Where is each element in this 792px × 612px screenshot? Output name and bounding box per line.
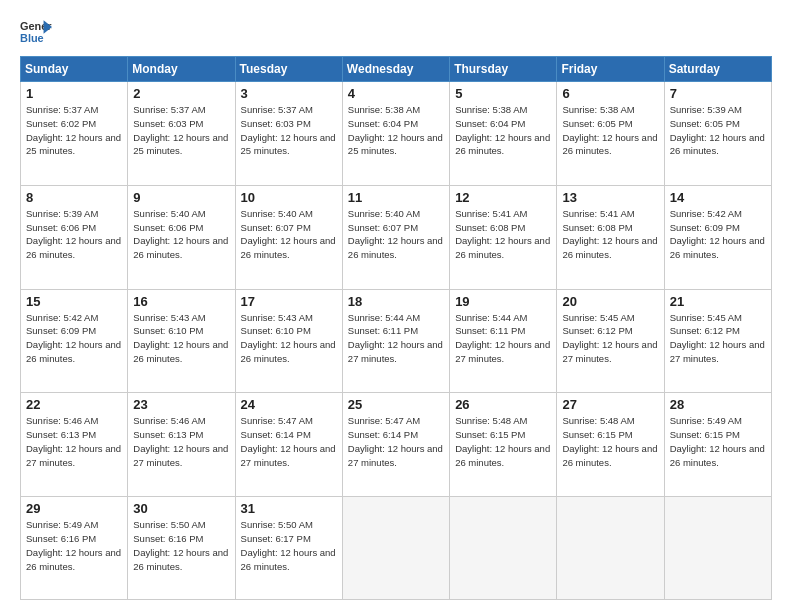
day-cell-22: 22Sunrise: 5:46 AMSunset: 6:13 PMDayligh…	[21, 393, 128, 497]
day-number: 4	[348, 86, 444, 101]
week-row-1: 8Sunrise: 5:39 AMSunset: 6:06 PMDaylight…	[21, 185, 772, 289]
day-info: Sunrise: 5:47 AMSunset: 6:14 PMDaylight:…	[348, 414, 444, 469]
day-number: 1	[26, 86, 122, 101]
day-info: Sunrise: 5:42 AMSunset: 6:09 PMDaylight:…	[26, 311, 122, 366]
weekday-friday: Friday	[557, 57, 664, 82]
day-cell-31: 31Sunrise: 5:50 AMSunset: 6:17 PMDayligh…	[235, 497, 342, 600]
day-info: Sunrise: 5:47 AMSunset: 6:14 PMDaylight:…	[241, 414, 337, 469]
empty-cell	[450, 497, 557, 600]
day-info: Sunrise: 5:49 AMSunset: 6:16 PMDaylight:…	[26, 518, 122, 573]
day-cell-27: 27Sunrise: 5:48 AMSunset: 6:15 PMDayligh…	[557, 393, 664, 497]
day-number: 12	[455, 190, 551, 205]
calendar-table: SundayMondayTuesdayWednesdayThursdayFrid…	[20, 56, 772, 600]
day-cell-1: 1Sunrise: 5:37 AMSunset: 6:02 PMDaylight…	[21, 82, 128, 186]
day-number: 22	[26, 397, 122, 412]
day-cell-11: 11Sunrise: 5:40 AMSunset: 6:07 PMDayligh…	[342, 185, 449, 289]
weekday-sunday: Sunday	[21, 57, 128, 82]
day-cell-2: 2Sunrise: 5:37 AMSunset: 6:03 PMDaylight…	[128, 82, 235, 186]
day-cell-14: 14Sunrise: 5:42 AMSunset: 6:09 PMDayligh…	[664, 185, 771, 289]
day-info: Sunrise: 5:41 AMSunset: 6:08 PMDaylight:…	[455, 207, 551, 262]
day-cell-13: 13Sunrise: 5:41 AMSunset: 6:08 PMDayligh…	[557, 185, 664, 289]
week-row-3: 22Sunrise: 5:46 AMSunset: 6:13 PMDayligh…	[21, 393, 772, 497]
header: General Blue	[20, 18, 772, 46]
day-info: Sunrise: 5:43 AMSunset: 6:10 PMDaylight:…	[133, 311, 229, 366]
day-info: Sunrise: 5:48 AMSunset: 6:15 PMDaylight:…	[455, 414, 551, 469]
day-number: 13	[562, 190, 658, 205]
day-info: Sunrise: 5:40 AMSunset: 6:07 PMDaylight:…	[241, 207, 337, 262]
day-info: Sunrise: 5:42 AMSunset: 6:09 PMDaylight:…	[670, 207, 766, 262]
day-info: Sunrise: 5:39 AMSunset: 6:05 PMDaylight:…	[670, 103, 766, 158]
day-number: 21	[670, 294, 766, 309]
day-number: 6	[562, 86, 658, 101]
day-cell-12: 12Sunrise: 5:41 AMSunset: 6:08 PMDayligh…	[450, 185, 557, 289]
day-cell-24: 24Sunrise: 5:47 AMSunset: 6:14 PMDayligh…	[235, 393, 342, 497]
day-info: Sunrise: 5:37 AMSunset: 6:03 PMDaylight:…	[241, 103, 337, 158]
day-number: 11	[348, 190, 444, 205]
day-cell-30: 30Sunrise: 5:50 AMSunset: 6:16 PMDayligh…	[128, 497, 235, 600]
weekday-saturday: Saturday	[664, 57, 771, 82]
day-info: Sunrise: 5:41 AMSunset: 6:08 PMDaylight:…	[562, 207, 658, 262]
day-number: 30	[133, 501, 229, 516]
weekday-tuesday: Tuesday	[235, 57, 342, 82]
week-row-4: 29Sunrise: 5:49 AMSunset: 6:16 PMDayligh…	[21, 497, 772, 600]
svg-text:Blue: Blue	[20, 32, 44, 44]
day-info: Sunrise: 5:48 AMSunset: 6:15 PMDaylight:…	[562, 414, 658, 469]
day-cell-23: 23Sunrise: 5:46 AMSunset: 6:13 PMDayligh…	[128, 393, 235, 497]
day-cell-6: 6Sunrise: 5:38 AMSunset: 6:05 PMDaylight…	[557, 82, 664, 186]
weekday-monday: Monday	[128, 57, 235, 82]
empty-cell	[664, 497, 771, 600]
day-number: 9	[133, 190, 229, 205]
day-cell-10: 10Sunrise: 5:40 AMSunset: 6:07 PMDayligh…	[235, 185, 342, 289]
day-cell-26: 26Sunrise: 5:48 AMSunset: 6:15 PMDayligh…	[450, 393, 557, 497]
day-info: Sunrise: 5:40 AMSunset: 6:07 PMDaylight:…	[348, 207, 444, 262]
day-info: Sunrise: 5:46 AMSunset: 6:13 PMDaylight:…	[133, 414, 229, 469]
day-cell-29: 29Sunrise: 5:49 AMSunset: 6:16 PMDayligh…	[21, 497, 128, 600]
day-number: 25	[348, 397, 444, 412]
page: General Blue SundayMondayTuesdayWednesda…	[0, 0, 792, 612]
day-number: 24	[241, 397, 337, 412]
day-info: Sunrise: 5:40 AMSunset: 6:06 PMDaylight:…	[133, 207, 229, 262]
day-number: 28	[670, 397, 766, 412]
weekday-header-row: SundayMondayTuesdayWednesdayThursdayFrid…	[21, 57, 772, 82]
day-number: 23	[133, 397, 229, 412]
day-number: 26	[455, 397, 551, 412]
weekday-thursday: Thursday	[450, 57, 557, 82]
day-info: Sunrise: 5:46 AMSunset: 6:13 PMDaylight:…	[26, 414, 122, 469]
day-cell-18: 18Sunrise: 5:44 AMSunset: 6:11 PMDayligh…	[342, 289, 449, 393]
day-cell-3: 3Sunrise: 5:37 AMSunset: 6:03 PMDaylight…	[235, 82, 342, 186]
day-info: Sunrise: 5:50 AMSunset: 6:16 PMDaylight:…	[133, 518, 229, 573]
day-number: 20	[562, 294, 658, 309]
day-cell-16: 16Sunrise: 5:43 AMSunset: 6:10 PMDayligh…	[128, 289, 235, 393]
day-info: Sunrise: 5:50 AMSunset: 6:17 PMDaylight:…	[241, 518, 337, 573]
day-info: Sunrise: 5:49 AMSunset: 6:15 PMDaylight:…	[670, 414, 766, 469]
day-cell-17: 17Sunrise: 5:43 AMSunset: 6:10 PMDayligh…	[235, 289, 342, 393]
day-cell-28: 28Sunrise: 5:49 AMSunset: 6:15 PMDayligh…	[664, 393, 771, 497]
day-info: Sunrise: 5:37 AMSunset: 6:02 PMDaylight:…	[26, 103, 122, 158]
day-cell-15: 15Sunrise: 5:42 AMSunset: 6:09 PMDayligh…	[21, 289, 128, 393]
day-cell-8: 8Sunrise: 5:39 AMSunset: 6:06 PMDaylight…	[21, 185, 128, 289]
day-info: Sunrise: 5:43 AMSunset: 6:10 PMDaylight:…	[241, 311, 337, 366]
day-cell-25: 25Sunrise: 5:47 AMSunset: 6:14 PMDayligh…	[342, 393, 449, 497]
day-info: Sunrise: 5:38 AMSunset: 6:04 PMDaylight:…	[348, 103, 444, 158]
day-info: Sunrise: 5:45 AMSunset: 6:12 PMDaylight:…	[670, 311, 766, 366]
weekday-wednesday: Wednesday	[342, 57, 449, 82]
day-number: 7	[670, 86, 766, 101]
day-number: 15	[26, 294, 122, 309]
day-number: 31	[241, 501, 337, 516]
day-cell-21: 21Sunrise: 5:45 AMSunset: 6:12 PMDayligh…	[664, 289, 771, 393]
day-info: Sunrise: 5:44 AMSunset: 6:11 PMDaylight:…	[348, 311, 444, 366]
day-number: 14	[670, 190, 766, 205]
empty-cell	[557, 497, 664, 600]
logo-icon: General Blue	[20, 18, 52, 46]
day-info: Sunrise: 5:38 AMSunset: 6:05 PMDaylight:…	[562, 103, 658, 158]
day-info: Sunrise: 5:44 AMSunset: 6:11 PMDaylight:…	[455, 311, 551, 366]
day-cell-5: 5Sunrise: 5:38 AMSunset: 6:04 PMDaylight…	[450, 82, 557, 186]
day-number: 19	[455, 294, 551, 309]
day-number: 16	[133, 294, 229, 309]
day-cell-4: 4Sunrise: 5:38 AMSunset: 6:04 PMDaylight…	[342, 82, 449, 186]
day-number: 18	[348, 294, 444, 309]
day-cell-9: 9Sunrise: 5:40 AMSunset: 6:06 PMDaylight…	[128, 185, 235, 289]
day-number: 10	[241, 190, 337, 205]
day-info: Sunrise: 5:39 AMSunset: 6:06 PMDaylight:…	[26, 207, 122, 262]
empty-cell	[342, 497, 449, 600]
